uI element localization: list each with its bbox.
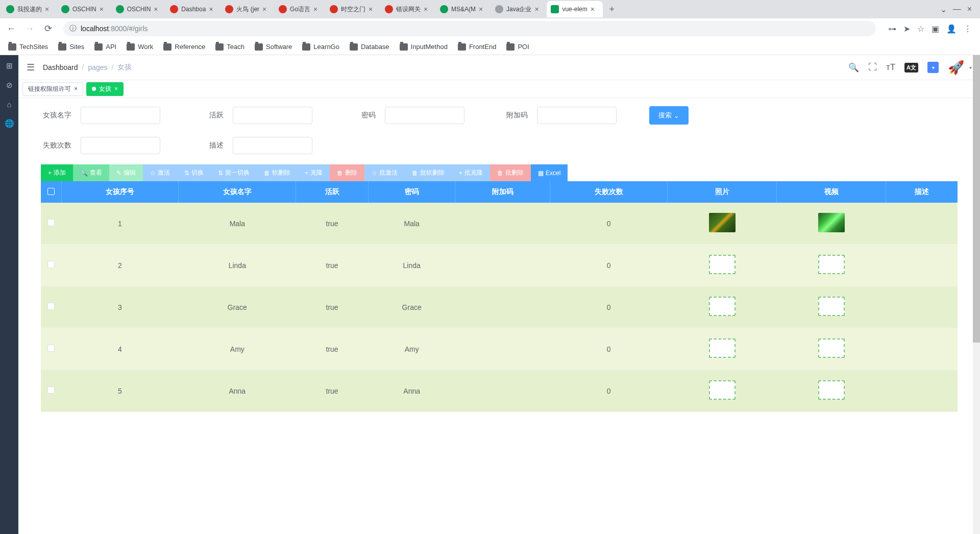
删除-button[interactable]: 🗑删除 xyxy=(330,164,364,181)
tab-close-icon[interactable]: × xyxy=(479,5,487,13)
tabs-dropdown-icon[interactable]: ⌄ xyxy=(940,5,947,14)
row-checkbox[interactable] xyxy=(47,345,55,352)
bookmark-item[interactable]: LearnGo xyxy=(298,41,344,53)
minimize-icon[interactable]: — xyxy=(953,5,961,14)
tab-close-icon[interactable]: × xyxy=(534,5,543,13)
批软删除-button[interactable]: 🗑批软删除 xyxy=(405,164,452,181)
send-icon[interactable]: ➤ xyxy=(903,24,910,34)
photo-thumb[interactable] xyxy=(709,338,736,358)
profile-icon[interactable]: 👤 xyxy=(946,24,957,34)
browser-tab[interactable]: Java企业× xyxy=(491,1,547,17)
fullscreen-icon[interactable]: ⛶ xyxy=(868,62,877,72)
page-tab[interactable]: 链接权限组许可× xyxy=(22,82,83,96)
url-input[interactable]: ⓘ localhost:8000/#/girls xyxy=(63,21,876,36)
激活-button[interactable]: ☆激活 xyxy=(143,164,177,181)
tab-close-icon[interactable]: × xyxy=(262,5,271,13)
bookmark-item[interactable]: Sites xyxy=(54,41,88,53)
table-row[interactable]: 4 Amy true Amy 0 xyxy=(41,328,958,370)
language-switcher[interactable]: A文 xyxy=(904,63,918,72)
row-checkbox[interactable] xyxy=(47,303,55,310)
rail-grid-icon[interactable]: ⊞ xyxy=(6,61,13,70)
row-checkbox[interactable] xyxy=(47,261,55,268)
软删除-button[interactable]: 🗑软删除 xyxy=(257,164,298,181)
hamburger-icon[interactable]: ☰ xyxy=(27,62,35,73)
column-header[interactable]: 密码 xyxy=(368,181,455,203)
女孩名字-input[interactable] xyxy=(81,107,160,124)
rail-404-icon[interactable]: ⊘ xyxy=(6,81,13,90)
bookmark-item[interactable]: Software xyxy=(251,41,296,53)
select-all-checkbox[interactable] xyxy=(47,188,55,195)
row-checkbox[interactable] xyxy=(47,386,55,394)
table-row[interactable]: 1 Mala true Mala 0 xyxy=(41,203,958,245)
bookmark-item[interactable]: POI xyxy=(502,41,533,53)
browser-tab[interactable]: 错误网关× xyxy=(381,1,436,17)
column-header[interactable]: 失败次数 xyxy=(550,181,668,203)
column-header[interactable]: 女孩名字 xyxy=(179,181,296,203)
失败次数-input[interactable] xyxy=(81,137,160,154)
close-window-icon[interactable]: × xyxy=(967,5,972,14)
column-header[interactable]: 附加码 xyxy=(455,181,550,203)
bookmark-item[interactable]: Teach xyxy=(211,41,249,53)
活跃-input[interactable] xyxy=(233,107,312,124)
browser-tab[interactable]: MS&A(M× xyxy=(436,1,491,17)
video-thumb[interactable] xyxy=(818,255,845,274)
克隆-button[interactable]: +克隆 xyxy=(298,164,330,181)
page-tab[interactable]: 女孩× xyxy=(86,82,124,96)
描述-input[interactable] xyxy=(233,137,312,154)
table-row[interactable]: 5 Anna true Anna 0 xyxy=(41,370,958,412)
bookmark-item[interactable]: Database xyxy=(346,41,394,53)
browser-tab[interactable]: vue-elem× xyxy=(547,1,602,17)
browser-tab[interactable]: OSCHIN× xyxy=(57,1,112,17)
photo-thumb[interactable] xyxy=(709,213,736,232)
tab-close-icon[interactable]: × xyxy=(369,5,377,13)
video-thumb[interactable] xyxy=(818,213,845,232)
tab-close-icon[interactable]: × xyxy=(100,5,108,13)
留一切换-button[interactable]: ⇅留一切换 xyxy=(211,164,257,181)
切换-button[interactable]: ⇅切换 xyxy=(177,164,211,181)
tab-close-icon[interactable]: × xyxy=(45,5,53,13)
bookmark-item[interactable]: TechSites xyxy=(4,41,52,53)
tab-close-icon[interactable]: × xyxy=(313,5,322,13)
bookmark-item[interactable]: API xyxy=(90,41,120,53)
browser-tab[interactable]: Dashboa× xyxy=(166,1,221,17)
column-header[interactable]: 照片 xyxy=(668,181,777,203)
column-header[interactable]: 描述 xyxy=(886,181,958,203)
breadcrumb-item[interactable]: Dashboard xyxy=(43,63,78,71)
bookmark-item[interactable]: FrontEnd xyxy=(454,41,500,53)
查看-button[interactable]: 🔍查看 xyxy=(73,164,109,181)
new-tab-button[interactable]: + xyxy=(605,2,619,16)
theme-badge[interactable]: ▾ xyxy=(927,62,939,73)
编辑-button[interactable]: ✎编辑 xyxy=(109,164,143,181)
key-icon[interactable]: ⊶ xyxy=(888,24,896,34)
menu-icon[interactable]: ⋮ xyxy=(964,24,972,34)
search-icon[interactable]: 🔍 xyxy=(848,62,859,73)
添加-button[interactable]: +添加 xyxy=(41,164,73,181)
Excel-button[interactable]: ▦Excel xyxy=(531,164,568,181)
批删除-button[interactable]: 🗑批删除 xyxy=(490,164,531,181)
photo-thumb[interactable] xyxy=(709,255,736,274)
site-info-icon[interactable]: ⓘ xyxy=(69,24,77,33)
back-button[interactable]: ← xyxy=(4,21,18,36)
fontsize-icon[interactable]: тT xyxy=(886,62,895,72)
scrollbar[interactable] xyxy=(973,55,980,534)
rocket-icon[interactable]: 🚀 xyxy=(948,60,964,76)
rail-bug-icon[interactable]: ⌂ xyxy=(7,100,11,109)
tab-close-icon[interactable]: × xyxy=(209,5,217,13)
scrollbar-thumb[interactable] xyxy=(973,55,980,343)
批激活-button[interactable]: ☆批激活 xyxy=(364,164,405,181)
photo-thumb[interactable] xyxy=(709,297,736,316)
row-checkbox[interactable] xyxy=(47,219,55,226)
browser-tab[interactable]: 时空之门× xyxy=(326,1,381,17)
star-icon[interactable]: ☆ xyxy=(917,24,924,34)
bookmark-item[interactable]: Reference xyxy=(159,41,209,53)
video-thumb[interactable] xyxy=(818,380,845,400)
user-caret-icon[interactable]: ▾ xyxy=(969,65,972,70)
批克隆-button[interactable]: +批克隆 xyxy=(452,164,490,181)
browser-tab[interactable]: 火鸟 (jer× xyxy=(221,1,275,17)
video-thumb[interactable] xyxy=(818,338,845,358)
search-button[interactable]: 搜索 ⌄ xyxy=(649,106,689,125)
column-header[interactable]: 视频 xyxy=(777,181,886,203)
table-row[interactable]: 3 Grace true Grace 0 xyxy=(41,286,958,328)
forward-button[interactable]: → xyxy=(22,21,37,36)
column-header[interactable]: 女孩序号 xyxy=(61,181,179,203)
